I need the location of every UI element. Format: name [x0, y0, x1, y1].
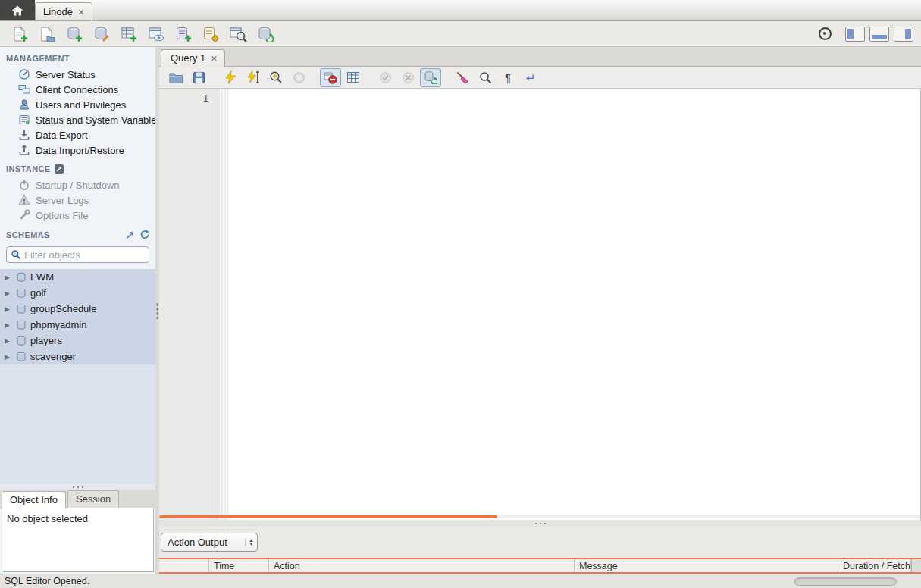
- find-button[interactable]: [475, 68, 496, 87]
- tab-query-1[interactable]: Query 1 ×: [161, 49, 225, 67]
- expand-arrow-icon[interactable]: ▶: [5, 353, 12, 361]
- schema-item-golf[interactable]: ▶ golf: [0, 285, 155, 301]
- explain-button[interactable]: [265, 68, 287, 87]
- right-panel-fill-icon: [905, 29, 911, 39]
- close-connection-tab-icon[interactable]: ×: [78, 7, 84, 17]
- new-sql-tab-button[interactable]: [8, 23, 32, 45]
- schema-tree-empty-area: [0, 364, 155, 484]
- schema-item-phpmyadmin[interactable]: ▶ phpmyadmin: [0, 317, 155, 333]
- execute-button[interactable]: [220, 68, 241, 87]
- tab-object-info[interactable]: Object Info: [2, 491, 66, 508]
- open-sql-script-button[interactable]: [35, 23, 59, 45]
- sidebar-splitter[interactable]: [0, 484, 155, 490]
- toggle-left-panel-button[interactable]: [845, 27, 865, 42]
- sidebar-item-users-privileges[interactable]: Users and Privileges: [0, 97, 155, 112]
- commit-button[interactable]: [374, 68, 396, 87]
- connection-tab-label: Linode: [43, 6, 73, 17]
- editor-output-splitter[interactable]: [159, 520, 921, 527]
- schema-item-groupschedule[interactable]: ▶ groupSchedule: [0, 301, 155, 317]
- toggle-right-panel-button[interactable]: [894, 27, 913, 42]
- data-import-icon: [18, 144, 30, 156]
- close-query-tab-icon[interactable]: ×: [211, 53, 217, 64]
- create-table-button[interactable]: [117, 23, 141, 45]
- filter-objects-input[interactable]: [24, 249, 155, 261]
- create-schema-button[interactable]: [62, 23, 86, 45]
- schema-icon: [16, 272, 27, 283]
- query-tab-label: Query 1: [171, 52, 205, 64]
- sidebar-item-server-status[interactable]: Server Status: [0, 67, 155, 82]
- expand-arrow-icon[interactable]: ▶: [5, 337, 12, 345]
- sidebar-item-client-connections[interactable]: Client Connections: [0, 82, 155, 97]
- content-area: MANAGEMENT Server Status Client Connecti…: [0, 47, 921, 574]
- home-tab[interactable]: [0, 0, 35, 20]
- connection-tab-linode[interactable]: Linode ×: [35, 2, 92, 20]
- create-procedure-button[interactable]: [171, 23, 196, 45]
- management-section-header: MANAGEMENT: [0, 47, 155, 67]
- refresh-schemas-icon[interactable]: [139, 230, 149, 239]
- sql-text-area[interactable]: [228, 89, 920, 520]
- column-header-duration[interactable]: Duration / Fetch: [838, 559, 911, 572]
- sidebar-item-options-file[interactable]: Options File: [0, 208, 155, 223]
- save-script-button[interactable]: [188, 68, 209, 87]
- editor-h-scrollbar-thumb[interactable]: [159, 515, 497, 518]
- sql-editor: 1: [159, 89, 921, 520]
- client-connections-icon: [18, 83, 30, 95]
- expand-arrow-icon[interactable]: ▶: [5, 305, 12, 313]
- toggle-autocommit-button[interactable]: [420, 68, 441, 87]
- toggle-bottom-panel-button[interactable]: [869, 27, 889, 42]
- spinner-down-icon[interactable]: ▼: [249, 543, 254, 546]
- users-icon: [18, 99, 30, 111]
- info-tab-strip: Object Info Session: [0, 490, 155, 508]
- main-toolbar: [0, 21, 921, 47]
- line-number-gutter: 1: [159, 89, 218, 520]
- schema-item-players[interactable]: ▶ players: [0, 333, 155, 349]
- server-status-icon: [18, 68, 30, 80]
- schema-icon: [16, 352, 27, 362]
- stop-button[interactable]: [288, 68, 309, 87]
- schema-icon: [16, 288, 27, 299]
- output-panel: Action Output ▲ ▼ Time Action Message Du…: [159, 527, 921, 574]
- schema-item-scavenger[interactable]: ▶ scavenger: [0, 349, 155, 364]
- line-number: 1: [159, 92, 218, 104]
- column-header-message[interactable]: Message: [575, 559, 838, 572]
- progress-indicator: [794, 577, 897, 586]
- column-header-time[interactable]: Time: [209, 559, 269, 572]
- create-function-button[interactable]: [199, 23, 223, 45]
- create-view-button[interactable]: [144, 23, 168, 45]
- output-v-scrollbar[interactable]: [911, 559, 921, 572]
- output-type-selector[interactable]: Action Output ▲ ▼: [161, 533, 258, 552]
- open-script-button[interactable]: [165, 68, 186, 87]
- instance-actions-icon[interactable]: [55, 164, 64, 174]
- limit-rows-button[interactable]: [343, 68, 364, 87]
- sidebar: MANAGEMENT Server Status Client Connecti…: [0, 47, 155, 574]
- sidebar-item-startup-shutdown[interactable]: Startup / Shutdown: [0, 177, 155, 192]
- expand-arrow-icon[interactable]: ▶: [5, 321, 12, 329]
- rollback-button[interactable]: [397, 68, 418, 87]
- expand-schemas-icon[interactable]: [126, 230, 135, 239]
- column-header-blank: [159, 559, 209, 572]
- pilcrow-icon: ¶: [505, 72, 511, 83]
- reconnect-button[interactable]: [253, 23, 277, 45]
- expand-arrow-icon[interactable]: ▶: [5, 289, 12, 297]
- output-toolbar: Action Output ▲ ▼: [159, 527, 921, 558]
- code-folding-margin: [218, 89, 228, 520]
- object-info-panel: No object selected: [2, 508, 154, 572]
- sql-editor-toolbar: ¶ ↵: [159, 67, 921, 89]
- expand-arrow-icon[interactable]: ▶: [5, 274, 12, 281]
- object-info-empty-text: No object selected: [7, 513, 88, 524]
- alter-schema-button[interactable]: [89, 23, 114, 45]
- mysql-workbench-window: Linode ×: [0, 0, 921, 588]
- column-header-action[interactable]: Action: [269, 559, 575, 572]
- search-data-button[interactable]: [226, 23, 250, 45]
- tab-session[interactable]: Session: [67, 490, 119, 508]
- sidebar-item-data-import[interactable]: Data Import/Restore: [0, 142, 155, 158]
- wrap-text-button[interactable]: ↵: [520, 68, 541, 87]
- toggle-stop-on-error-button[interactable]: [320, 68, 341, 87]
- execute-current-statement-button[interactable]: [243, 68, 264, 87]
- sidebar-item-data-export[interactable]: Data Export: [0, 127, 155, 142]
- invisible-chars-button[interactable]: ¶: [497, 68, 518, 87]
- sidebar-item-system-variables[interactable]: Status and System Variables: [0, 112, 155, 127]
- beautify-button[interactable]: [452, 68, 473, 87]
- schema-item-fwm[interactable]: ▶ FWM: [0, 269, 155, 285]
- sidebar-item-server-logs[interactable]: Server Logs: [0, 192, 155, 208]
